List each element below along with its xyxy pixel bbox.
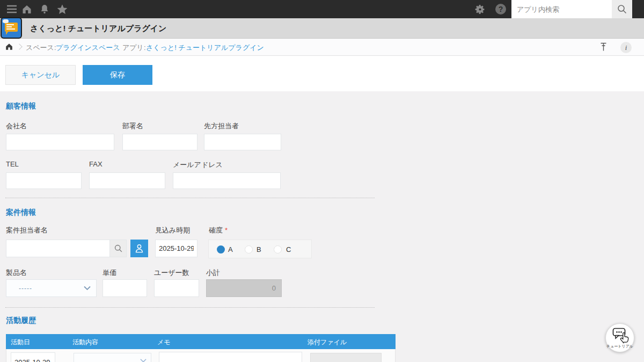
probability-label: 確度*	[209, 226, 228, 235]
tel-label: TEL	[6, 160, 19, 168]
email-input[interactable]	[173, 172, 281, 189]
hand-cursor-icon	[618, 330, 632, 345]
radio-label-a: A	[228, 245, 233, 254]
col-header-attachment: 添付ファイル	[308, 338, 347, 347]
app-search-input[interactable]	[511, 0, 612, 18]
action-band: キャンセル 保存	[0, 56, 644, 91]
product-dropdown[interactable]: -----	[6, 279, 97, 297]
save-button[interactable]: 保存	[83, 65, 152, 85]
lookup-search-button[interactable]	[109, 240, 126, 257]
user-icon	[134, 243, 144, 254]
radio-option-a[interactable]	[217, 245, 225, 254]
unit-price-label: 単価	[103, 268, 116, 278]
user-count-label: ユーザー数	[154, 268, 189, 278]
user-select-button[interactable]	[130, 240, 148, 257]
tel-input[interactable]	[6, 172, 82, 189]
global-topbar: ?	[0, 0, 644, 18]
info-icon[interactable]: i	[620, 42, 632, 53]
hamburger-menu-icon[interactable]	[4, 0, 19, 18]
radio-option-c[interactable]	[274, 245, 282, 254]
activity-date-input[interactable]	[11, 352, 55, 362]
subtotal-label: 小計	[206, 268, 220, 278]
expected-date-input[interactable]	[155, 240, 197, 257]
search-icon	[114, 244, 123, 253]
breadcrumb-app-prefix: アプリ:	[122, 43, 146, 53]
department-label: 部署名	[122, 121, 143, 131]
search-button[interactable]	[612, 0, 632, 18]
user-count-input[interactable]	[154, 279, 199, 297]
notifications-bell-icon[interactable]	[38, 0, 52, 18]
search-icon	[617, 4, 627, 15]
section-divider	[5, 307, 375, 308]
manager-input[interactable]	[6, 240, 109, 257]
company-input[interactable]	[6, 134, 114, 150]
cancel-button[interactable]: キャンセル	[5, 65, 76, 85]
department-input[interactable]	[122, 134, 197, 150]
probability-radio-group: A B C	[208, 240, 312, 258]
breadcrumb-home-icon[interactable]	[5, 43, 13, 52]
app-header: さくっと! チュートリアルプラグイン	[0, 18, 644, 39]
required-mark: *	[225, 226, 228, 234]
activity-memo-textarea[interactable]	[159, 352, 302, 362]
section-divider	[5, 198, 375, 198]
expected-label: 見込み時期	[155, 226, 190, 235]
col-header-content: 活動内容	[72, 338, 98, 347]
kintone-record-edit-screen: ? さくっと! チュートリアルプラグイン スペース: プラグインスペース アプリ…	[0, 0, 644, 362]
email-label: メールアドレス	[173, 160, 223, 170]
activity-attachment-area[interactable]	[310, 353, 382, 362]
product-label: 製品名	[6, 268, 27, 278]
col-header-memo: メモ	[157, 338, 171, 347]
manager-lookup-field	[6, 240, 127, 257]
contact-input[interactable]	[204, 134, 281, 150]
breadcrumb-space-prefix: スペース:	[26, 43, 56, 53]
unit-price-input[interactable]	[103, 279, 147, 297]
activity-content-dropdown[interactable]	[74, 353, 151, 362]
breadcrumb-app-link[interactable]: さくっと! チュートリアルプラグイン	[146, 43, 264, 53]
app-icon[interactable]	[1, 17, 22, 39]
radio-option-b[interactable]	[245, 245, 253, 254]
help-glyph: ?	[495, 4, 506, 15]
section-title-activity: 活動履歴	[6, 316, 36, 325]
pin-icon[interactable]	[600, 42, 607, 53]
tutorial-fab-button[interactable]: チュートリアル	[605, 323, 634, 352]
product-selected-value: -----	[19, 285, 32, 292]
fax-input[interactable]	[89, 172, 165, 189]
app-title: さくっと! チュートリアルプラグイン	[30, 18, 166, 39]
subtotal-readonly-field: 0	[206, 279, 282, 297]
section-title-project: 案件情報	[6, 208, 36, 218]
radio-label-c: C	[286, 245, 291, 254]
chevron-down-icon	[84, 286, 91, 291]
breadcrumb-separator	[16, 44, 22, 49]
tutorial-label: チュートリアル	[606, 344, 634, 349]
favorites-star-icon[interactable]	[55, 0, 70, 18]
company-label: 会社名	[6, 121, 27, 131]
contact-label: 先方担当者	[204, 121, 239, 131]
fax-label: FAX	[89, 160, 103, 168]
help-icon[interactable]: ?	[493, 0, 509, 18]
manager-label: 案件担当者名	[6, 226, 48, 235]
col-header-date: 活動日	[11, 338, 30, 347]
radio-label-b: B	[257, 245, 261, 254]
breadcrumb-space-link[interactable]: プラグインスペース	[56, 43, 120, 53]
breadcrumb: スペース: プラグインスペース アプリ: さくっと! チュートリアルプラグイン …	[0, 39, 644, 56]
chevron-down-icon	[140, 358, 147, 362]
settings-gear-icon[interactable]	[472, 0, 487, 18]
activity-table-header: 活動日 活動内容 メモ 添付ファイル	[6, 334, 396, 349]
home-icon[interactable]	[20, 0, 34, 18]
section-title-customer: 顧客情報	[6, 102, 36, 111]
info-glyph: i	[625, 44, 627, 52]
